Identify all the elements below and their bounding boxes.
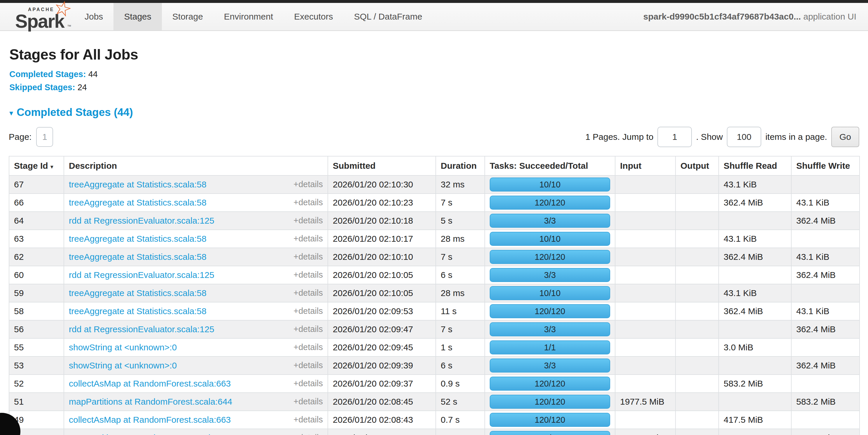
shuffle-read-cell: 43.1 KiB: [719, 175, 791, 194]
duration-cell: 7 s: [436, 320, 485, 338]
stage-id-cell: 59: [9, 284, 64, 302]
column-header-tasks-succeeded-total[interactable]: Tasks: Succeeded/Total: [485, 156, 615, 175]
duration-cell: 52 s: [436, 393, 485, 411]
stage-description-link[interactable]: treeAggregate at Statistics.scala:58: [69, 234, 207, 243]
details-toggle[interactable]: +details: [293, 216, 323, 225]
stage-description-link[interactable]: mapPartitions at RandomForest.scala:644: [69, 397, 232, 406]
tasks-cell: 3/3: [485, 266, 615, 284]
duration-cell: 5 s: [436, 212, 485, 230]
stage-description-link[interactable]: treeAggregate at Statistics.scala:58: [69, 179, 207, 189]
description-cell: +detailstreeAggregate at Statistics.scal…: [64, 248, 328, 266]
shuffle-write-cell: [791, 175, 860, 194]
application-id: spark-d9990c5b1cf34af79687b43ac0...: [643, 12, 801, 21]
stage-description-link[interactable]: treeAggregate at Statistics.scala:58: [69, 288, 207, 298]
submitted-cell: 2026/01/20 02:08:45: [328, 393, 436, 411]
tasks-cell: 120/120: [485, 194, 615, 212]
nav-tab-sql-dataframe[interactable]: SQL / DataFrame: [344, 3, 433, 30]
nav-tab-jobs[interactable]: Jobs: [74, 3, 114, 30]
table-row: 53+detailsshowString at <unknown>:02026/…: [9, 356, 860, 375]
column-header-stage-id[interactable]: Stage Id▾: [9, 156, 64, 175]
details-toggle[interactable]: +details: [293, 360, 323, 370]
items-per-page-input[interactable]: [727, 127, 761, 147]
tasks-cell: 1/1: [485, 338, 615, 356]
stage-description-link[interactable]: treeAggregate at Statistics.scala:58: [69, 306, 207, 316]
details-toggle[interactable]: +details: [293, 198, 323, 207]
nav-tab-stages[interactable]: Stages: [114, 3, 162, 30]
tasks-cell: 10/10: [485, 175, 615, 194]
stage-description-link[interactable]: rdd at RegressionEvaluator.scala:125: [69, 270, 214, 280]
details-toggle[interactable]: +details: [293, 343, 323, 352]
go-button[interactable]: Go: [831, 127, 859, 147]
input-cell: 1995.9 MiB: [615, 429, 676, 435]
duration-cell: 6 s: [436, 266, 485, 284]
input-cell: [615, 284, 676, 302]
details-toggle[interactable]: +details: [293, 234, 323, 243]
navbar: APACHE Spark ☆ ™ JobsStagesStorageEnviro…: [0, 3, 868, 31]
column-header-duration[interactable]: Duration: [436, 156, 485, 175]
details-toggle[interactable]: +details: [293, 397, 323, 406]
stage-description-link[interactable]: mapPartitions at RandomForest.scala:644: [69, 433, 232, 435]
items-per-page-text: items in a page.: [765, 132, 827, 142]
shuffle-write-cell: 362.4 MiB: [791, 320, 860, 338]
column-header-description[interactable]: Description: [64, 156, 328, 175]
tasks-progress-bar: 3/3: [490, 268, 610, 282]
details-toggle[interactable]: +details: [293, 415, 323, 425]
column-header-input[interactable]: Input: [615, 156, 676, 175]
details-toggle[interactable]: +details: [293, 270, 323, 280]
column-header-label: Shuffle Read: [724, 161, 777, 171]
column-header-label: Duration: [441, 161, 476, 171]
stage-description-link[interactable]: collectAsMap at RandomForest.scala:663: [69, 415, 231, 425]
collapse-arrow-icon: ▾: [9, 109, 13, 118]
shuffle-read-cell: [719, 393, 791, 411]
nav-tab-storage[interactable]: Storage: [162, 3, 214, 30]
shuffle-read-cell: [719, 212, 791, 230]
output-cell: [676, 194, 719, 212]
tasks-progress-bar: 10/10: [490, 177, 610, 192]
details-toggle[interactable]: +details: [293, 379, 323, 388]
nav-tab-executors[interactable]: Executors: [283, 3, 343, 30]
tasks-cell: 10/10: [485, 284, 615, 302]
details-toggle[interactable]: +details: [293, 288, 323, 298]
submitted-cell: 2026/01/20 02:09:53: [328, 302, 436, 320]
stage-description-link[interactable]: treeAggregate at Statistics.scala:58: [69, 198, 207, 207]
stage-description-link[interactable]: rdd at RegressionEvaluator.scala:125: [69, 216, 214, 225]
details-toggle[interactable]: +details: [293, 179, 323, 189]
column-header-shuffle-write[interactable]: Shuffle Write: [791, 156, 860, 175]
tasks-cell: 3/3: [485, 320, 615, 338]
tasks-progress-bar: 3/3: [490, 214, 610, 228]
spark-logo[interactable]: APACHE Spark ☆ ™: [10, 3, 74, 30]
details-toggle[interactable]: +details: [293, 306, 323, 316]
completed-stages-label[interactable]: Completed Stages:: [9, 69, 86, 79]
jump-to-page-input[interactable]: [657, 127, 692, 147]
table-row: 58+detailstreeAggregate at Statistics.sc…: [9, 302, 860, 320]
stage-id-cell: 56: [9, 320, 64, 338]
details-toggle[interactable]: +details: [293, 433, 323, 435]
shuffle-read-cell: 583.2 MiB: [719, 375, 791, 393]
details-toggle[interactable]: +details: [293, 252, 323, 262]
skipped-stages-label[interactable]: Skipped Stages:: [9, 83, 75, 92]
stage-description-link[interactable]: treeAggregate at Statistics.scala:58: [69, 252, 207, 262]
nav-tabs: JobsStagesStorageEnvironmentExecutorsSQL…: [74, 3, 433, 30]
stage-description-link[interactable]: showString at <unknown>:0: [69, 360, 177, 370]
completed-stages-section-header[interactable]: ▾ Completed Stages (44): [9, 106, 859, 119]
nav-tab-environment[interactable]: Environment: [214, 3, 283, 30]
column-header-output[interactable]: Output: [676, 156, 719, 175]
column-header-label: Stage Id: [14, 161, 48, 171]
input-cell: [615, 248, 676, 266]
description-cell: +detailsmapPartitions at RandomForest.sc…: [64, 393, 328, 411]
duration-cell: 7 s: [436, 194, 485, 212]
tasks-progress-bar: 10/10: [490, 286, 610, 300]
submitted-cell: 2026/01/20 02:08:01: [328, 429, 436, 435]
page-number-input[interactable]: [36, 127, 53, 147]
output-cell: [676, 411, 719, 429]
output-cell: [676, 175, 719, 194]
stage-description-link[interactable]: rdd at RegressionEvaluator.scala:125: [69, 324, 214, 334]
table-row: 64+detailsrdd at RegressionEvaluator.sca…: [9, 212, 860, 230]
column-header-shuffle-read[interactable]: Shuffle Read: [719, 156, 791, 175]
stage-description-link[interactable]: showString at <unknown>:0: [69, 343, 177, 352]
table-row: 63+detailstreeAggregate at Statistics.sc…: [9, 230, 860, 248]
stage-description-link[interactable]: collectAsMap at RandomForest.scala:663: [69, 379, 231, 388]
description-cell: +detailstreeAggregate at Statistics.scal…: [64, 284, 328, 302]
details-toggle[interactable]: +details: [293, 324, 323, 334]
column-header-submitted[interactable]: Submitted: [328, 156, 436, 175]
